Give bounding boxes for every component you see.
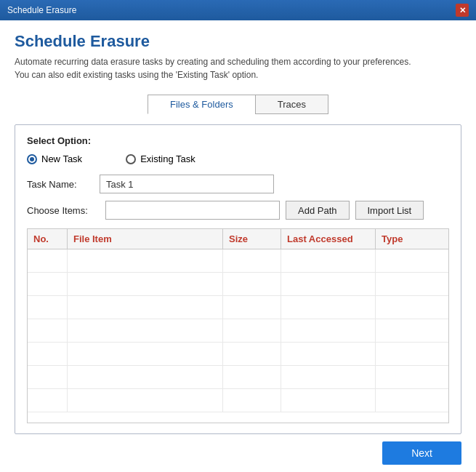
col-size: Size: [223, 229, 281, 249]
title-bar-label: Schedule Erasure: [7, 5, 76, 15]
table-header: No. File Item Size Last Accessed Type: [28, 229, 448, 249]
col-last-accessed: Last Accessed: [281, 229, 376, 249]
close-button[interactable]: ✕: [456, 4, 469, 17]
radio-existing-task-label: Existing Task: [140, 153, 195, 164]
tab-traces[interactable]: Traces: [255, 95, 328, 114]
import-list-button[interactable]: Import List: [355, 201, 424, 220]
main-panel: Select Option: New Task Existing Task Ta…: [15, 124, 461, 434]
radio-new-task-label: New Task: [41, 153, 82, 164]
task-name-input[interactable]: [100, 175, 274, 193]
col-type: Type: [376, 229, 448, 249]
table-row: [28, 343, 448, 366]
table-row: [28, 296, 448, 319]
footer-row: Next: [15, 434, 461, 465]
col-no: No.: [28, 229, 68, 249]
tabs-row: Files & Folders Traces: [15, 95, 461, 114]
col-file-item: File Item: [68, 229, 223, 249]
radio-existing-task-circle: [126, 154, 136, 164]
page-title: Schedule Erasure: [15, 32, 461, 51]
table-row: [28, 366, 448, 389]
file-table: No. File Item Size Last Accessed Type: [27, 228, 449, 423]
radio-new-task-circle: [27, 154, 37, 164]
task-name-label: Task Name:: [27, 179, 100, 190]
choose-items-input[interactable]: [105, 201, 280, 220]
select-option-label: Select Option:: [27, 135, 449, 146]
radio-row: New Task Existing Task: [27, 153, 449, 164]
radio-existing-task[interactable]: Existing Task: [126, 153, 195, 164]
choose-items-row: Choose Items: Add Path Import List: [27, 201, 449, 220]
page-description: Automate recurring data erasure tasks by…: [15, 55, 461, 81]
table-row: [28, 319, 448, 343]
window-content: Schedule Erasure Automate recurring data…: [0, 20, 476, 472]
next-button[interactable]: Next: [382, 441, 461, 465]
task-name-row: Task Name:: [27, 175, 449, 193]
radio-new-task[interactable]: New Task: [27, 153, 82, 164]
table-row: [28, 273, 448, 296]
table-row: [28, 389, 448, 412]
table-row: [28, 249, 448, 273]
table-body: [28, 249, 448, 423]
title-bar: Schedule Erasure ✕: [0, 0, 476, 20]
add-path-button[interactable]: Add Path: [286, 201, 350, 220]
tab-files-folders[interactable]: Files & Folders: [148, 95, 255, 114]
choose-items-label: Choose Items:: [27, 205, 100, 216]
